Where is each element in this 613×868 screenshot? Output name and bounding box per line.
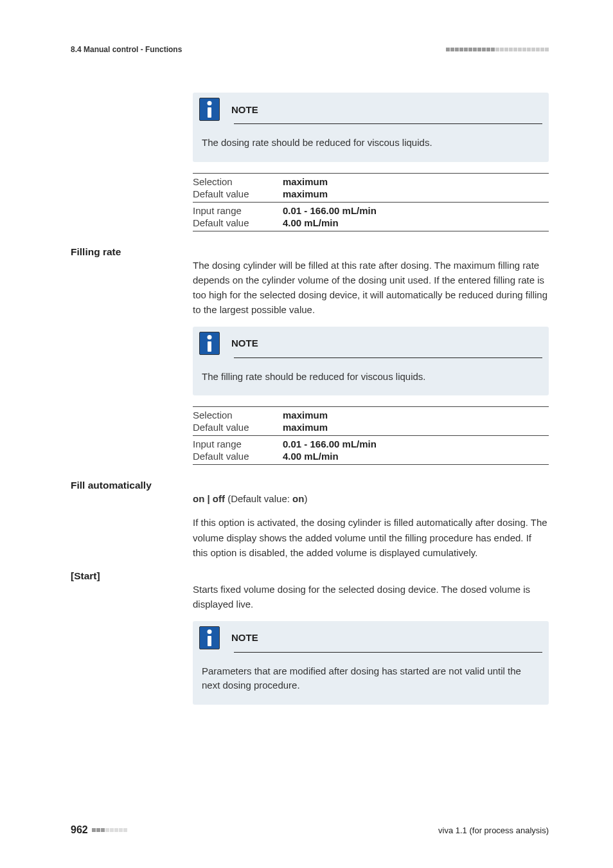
options-prefix: on | off [193,493,225,504]
note-text: Parameters that are modified after dosin… [193,653,549,705]
param-value: maximum [283,176,549,188]
note-label: NOTE [231,338,258,348]
param-label: Input range [193,438,283,450]
param-value: maximum [283,409,549,421]
param-table-filling: Selectionmaximum Default valuemaximum In… [193,404,549,467]
options-suffix: ) [304,493,307,504]
param-label: Selection [193,176,283,188]
param-label: Selection [193,409,283,421]
info-icon [199,332,220,355]
param-value: maximum [283,421,549,433]
footer-right: viva 1.1 (for process analysis) [438,826,549,835]
param-value: 0.01 - 166.00 mL/min [283,204,549,217]
param-value: 4.00 mL/min [283,217,549,229]
footer-decoration [92,828,127,832]
param-label: Default value [193,188,283,200]
param-label: Input range [193,204,283,217]
page-number: 962 [71,824,88,836]
info-icon [199,98,220,121]
header-section: 8.4 Manual control - Functions [71,45,182,54]
filling-rate-text: The dosing cylinder will be filled at th… [193,258,549,318]
section-start-label: [Start] [71,569,193,582]
note-text: The dosing rate should be reduced for vi… [193,124,549,162]
fill-auto-options: on | off (Default value: on) [193,491,549,506]
note-label: NOTE [231,104,258,115]
note-dosing-rate: NOTE The dosing rate should be reduced f… [193,93,549,162]
section-fill-auto-label: Fill automatically [71,478,193,491]
start-text: Starts fixed volume dosing for the selec… [193,582,549,612]
note-filling-rate: NOTE The filling rate should be reduced … [193,327,549,396]
fill-auto-text: If this option is activated, the dosing … [193,515,549,560]
note-label: NOTE [231,632,258,643]
note-start: NOTE Parameters that are modified after … [193,621,549,705]
section-filling-rate-label: Filling rate [71,245,193,258]
page-header: 8.4 Manual control - Functions [71,45,549,54]
param-label: Default value [193,450,283,462]
param-label: Default value [193,421,283,433]
options-mid: (Default value: [225,493,292,504]
info-icon [199,626,220,649]
note-text: The filling rate should be reduced for v… [193,358,549,396]
param-value: maximum [283,188,549,200]
param-label: Default value [193,217,283,229]
options-val: on [292,493,304,504]
header-decoration [446,48,549,51]
page-footer: 962 viva 1.1 (for process analysis) [71,824,549,836]
param-value: 0.01 - 166.00 mL/min [283,438,549,450]
param-value: 4.00 mL/min [283,450,549,462]
param-table-dosing: Selectionmaximum Default valuemaximum In… [193,171,549,233]
